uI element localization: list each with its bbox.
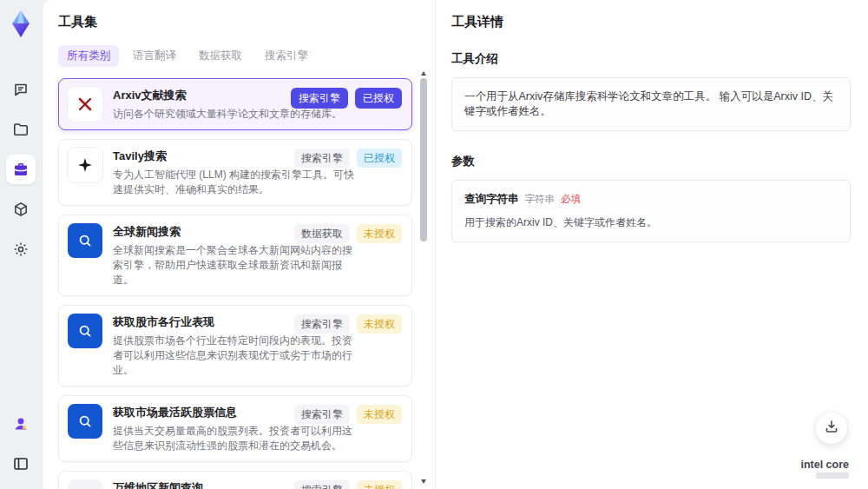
- category-tabs: 所有类别 语言翻译 数据获取 搜索引擎: [58, 45, 412, 67]
- intel-core-logo: intel core: [800, 459, 849, 479]
- page-title: 工具集: [58, 14, 412, 30]
- param-type: 字符串: [525, 193, 556, 206]
- scrollbar-thumb[interactable]: [420, 78, 427, 241]
- folder-icon: [12, 121, 30, 138]
- auth-status-badge: 未授权: [357, 405, 402, 424]
- news-search-blue-icon: [68, 314, 102, 348]
- news-search-blue-icon: [68, 404, 102, 439]
- nav-chat-button[interactable]: [6, 75, 36, 104]
- tool-intro-text: 一个用于从Arxiv存储库搜索科学论文和文章的工具。 输入可以是Arxiv ID…: [451, 77, 851, 131]
- params-section-title: 参数: [451, 154, 851, 169]
- category-badge: 搜索引擎: [294, 405, 350, 424]
- param-description: 用于搜索的Arxiv ID、关键字或作者姓名。: [464, 215, 838, 230]
- scroll-down-arrow-icon[interactable]: [421, 479, 426, 484]
- download-button[interactable]: [816, 413, 847, 444]
- tool-card-arxiv[interactable]: Arxiv文献搜索 访问各个研究领域大量科学论文和文章的存储库。 搜索引擎 已授…: [58, 78, 412, 130]
- nav-files-button[interactable]: [6, 115, 36, 144]
- user-avatar-icon: [12, 415, 30, 433]
- list-scrollbar[interactable]: [420, 73, 427, 482]
- collapse-panel-icon: [12, 455, 30, 472]
- tool-card-active-stocks[interactable]: 获取市场最活跃股票信息 提供当天交易量最高的股票列表。投资者可以利用这些信息来识…: [58, 395, 412, 462]
- package-icon: [12, 201, 30, 218]
- param-card: 查询字符串 字符串 必填 用于搜索的Arxiv ID、关键字或作者姓名。: [451, 180, 851, 242]
- auth-status-badge: 已授权: [355, 88, 402, 109]
- brand-ultra-mark: [816, 472, 849, 479]
- category-badge: 搜索引擎: [294, 480, 350, 489]
- chat-icon: [12, 81, 30, 98]
- user-profile-button[interactable]: [6, 409, 36, 439]
- auth-status-badge: 未授权: [357, 480, 402, 489]
- param-required-flag: 必填: [561, 193, 581, 206]
- auth-status-badge: 未授权: [357, 314, 402, 334]
- tool-card-tavily[interactable]: Tavily搜索 专为人工智能代理 (LLM) 构建的搜索引擎工具。可快速提供实…: [58, 139, 412, 206]
- tool-description: 访问各个研究领域大量科学论文和文章的存储库。: [113, 107, 342, 122]
- tool-description: 提供股票市场各个行业在特定时间段内的表现。投资者可以利用这些信息来识别表现优于或…: [113, 334, 356, 378]
- tab-search-engine[interactable]: 搜索引擎: [256, 45, 317, 67]
- detail-title: 工具详情: [451, 14, 851, 30]
- tab-all-categories[interactable]: 所有类别: [58, 45, 119, 67]
- auth-status-badge: 未授权: [357, 224, 402, 243]
- tab-data-acquisition[interactable]: 数据获取: [190, 45, 251, 67]
- collapse-sidebar-button[interactable]: [6, 449, 36, 479]
- category-badge: 搜索引擎: [294, 314, 350, 334]
- category-badge: 数据获取: [294, 224, 350, 243]
- nav-models-button[interactable]: [6, 195, 36, 224]
- left-navigation-rail: [0, 0, 42, 489]
- building-news-icon: [68, 479, 102, 489]
- tool-description: 全球新闻搜索是一个聚合全球各大新闻网站内容的搜索引擎，帮助用户快速获取全球最新资…: [113, 243, 356, 287]
- tab-language-translation[interactable]: 语言翻译: [124, 45, 185, 67]
- tool-card-sector-performance[interactable]: 获取股市各行业表现 提供股票市场各个行业在特定时间段内的表现。投资者可以利用这些…: [58, 305, 412, 387]
- category-badge: 搜索引擎: [291, 88, 348, 109]
- tool-card-global-news[interactable]: 全球新闻搜索 全球新闻搜索是一个聚合全球各大新闻网站内容的搜索引擎，帮助用户快速…: [58, 215, 412, 296]
- toolbox-icon: [12, 161, 30, 178]
- brand-text: intel core: [800, 459, 849, 471]
- download-icon: [824, 419, 839, 438]
- app-logo[interactable]: [7, 9, 35, 40]
- intro-section-title: 工具介绍: [451, 51, 851, 67]
- tool-description: 专为人工智能代理 (LLM) 构建的搜索引擎工具。可快速提供实时、准确和真实的结…: [113, 168, 356, 197]
- tool-card-regional-news[interactable]: 万维地区新闻查询 查询具体行政区划内的新闻，快速了解各地新闻动 搜索引擎 未授权: [58, 471, 412, 489]
- category-badge: 搜索引擎: [294, 149, 350, 168]
- tool-list-pane: 工具集 所有类别 语言翻译 数据获取 搜索引擎 Arxiv文献搜索 访问各个研究…: [43, 0, 435, 489]
- auth-status-badge: 已授权: [357, 149, 402, 168]
- nav-settings-button[interactable]: [6, 235, 36, 264]
- param-name: 查询字符串: [464, 192, 519, 207]
- main-panel: 工具集 所有类别 语言翻译 数据获取 搜索引擎 Arxiv文献搜索 访问各个研究…: [42, 0, 868, 489]
- tavily-star-icon: [68, 148, 102, 182]
- settings-gear-icon: [12, 241, 30, 258]
- news-search-blue-icon: [68, 223, 102, 258]
- scroll-up-arrow-icon[interactable]: [421, 71, 426, 76]
- tool-detail-pane: 工具详情 工具介绍 一个用于从Arxiv存储库搜索科学论文和文章的工具。 输入可…: [435, 0, 868, 489]
- tool-cards-list: Arxiv文献搜索 访问各个研究领域大量科学论文和文章的存储库。 搜索引擎 已授…: [58, 78, 412, 489]
- arxiv-logo-icon: [68, 87, 102, 122]
- nav-tools-button[interactable]: [6, 155, 36, 184]
- tool-description: 提供当天交易量最高的股票列表。投资者可以利用这些信息来识别流动性强的股票和潜在的…: [113, 424, 356, 453]
